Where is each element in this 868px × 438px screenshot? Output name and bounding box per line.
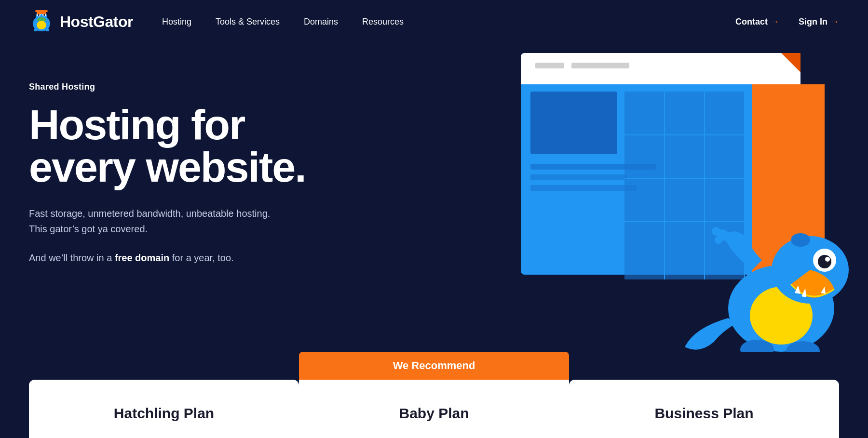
pricing-section: Hatchling Plan We Recommend Baby Plan Bu… [0,352,868,438]
svg-point-38 [825,257,830,262]
business-card[interactable]: Business Plan [569,380,839,438]
sign-in-link[interactable]: Sign In → [799,17,839,27]
hero-svg [482,43,868,352]
hero-subtitle: Shared Hosting [29,82,357,92]
svg-rect-8 [35,10,48,12]
nav-resources[interactable]: Resources [362,17,404,27]
main-navigation: HostGator Hosting Tools & Services Domai… [0,0,868,43]
contact-arrow-icon: → [771,17,779,27]
svg-point-37 [818,255,831,268]
svg-point-6 [43,14,45,16]
baby-plan-title: Baby Plan [399,405,469,422]
hero-section: Shared Hosting Hosting for every website… [0,43,868,352]
svg-point-42 [715,236,722,244]
sign-in-arrow-icon: → [830,17,839,27]
business-card-outer: Business Plan [569,360,839,438]
baby-card[interactable]: Baby Plan [299,380,569,438]
hatchling-card[interactable]: Hatchling Plan [29,380,299,438]
nav-hosting[interactable]: Hosting [162,17,191,27]
svg-rect-20 [530,174,627,180]
we-recommend-badge: We Recommend [299,352,569,380]
nav-tools-services[interactable]: Tools & Services [216,17,280,27]
hero-description: Fast storage, unmetered bandwidth, unbea… [29,206,280,237]
logo-text: HostGator [60,13,133,31]
nav-domains[interactable]: Domains [304,17,338,27]
svg-rect-21 [530,185,637,191]
baby-card-wrapper: We Recommend Baby Plan [299,352,569,438]
nav-links: Hosting Tools & Services Domains Resourc… [162,17,735,27]
svg-rect-18 [530,92,617,154]
business-plan-title: Business Plan [654,405,753,422]
hero-content: Shared Hosting Hosting for every website… [29,72,357,265]
svg-rect-11 [45,28,49,31]
svg-rect-10 [34,28,38,31]
svg-point-9 [37,21,46,29]
hatchling-plan-title: Hatchling Plan [114,405,214,422]
hero-free-domain: And we’ll throw in a free domain for a y… [29,250,280,265]
svg-point-5 [38,14,40,16]
logo-icon [29,9,54,34]
svg-rect-22 [624,92,745,279]
nav-right: Contact → Sign In → [735,17,839,27]
hero-title: Hosting for every website. [29,104,357,188]
svg-rect-15 [535,63,564,68]
logo-link[interactable]: HostGator [29,9,133,34]
svg-point-41 [712,227,720,236]
contact-link[interactable]: Contact → [735,17,779,27]
svg-rect-14 [521,75,800,84]
hatchling-card-outer: Hatchling Plan [29,360,299,438]
hero-illustration [482,43,868,352]
svg-point-39 [791,233,810,247]
svg-rect-16 [571,63,629,68]
